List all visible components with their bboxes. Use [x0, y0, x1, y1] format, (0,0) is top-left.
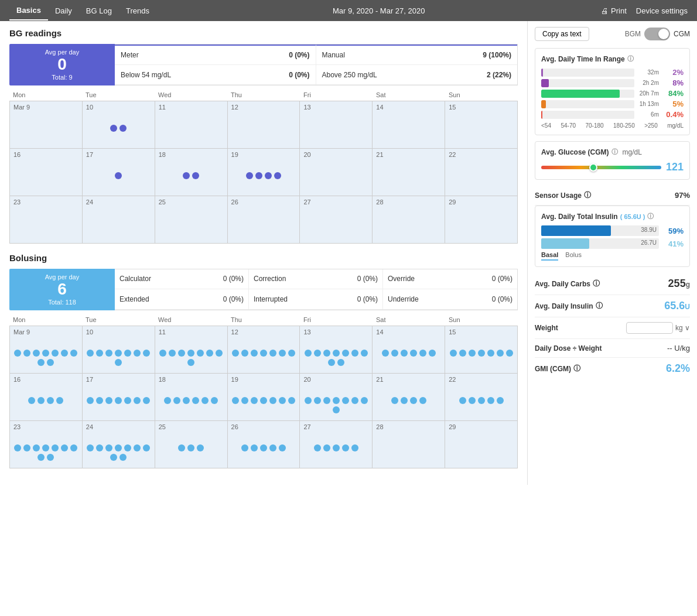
bgm-cgm-toggle[interactable]	[644, 28, 670, 40]
glucose-slider-row: 121	[541, 161, 684, 173]
print-button[interactable]: 🖨 Print	[601, 6, 626, 15]
daily-dose-row: Daily Dose ÷ Weight -- U/kg	[535, 339, 690, 358]
basal-bar-label: 38.9U	[641, 227, 657, 233]
bolus-cell-26: 26	[228, 421, 300, 468]
bolusing-title: Bolusing	[9, 253, 518, 263]
bg-cell-10: 10	[83, 101, 155, 148]
avg-glucose-section: Avg. Glucose (CGM) ⓘ mg/dL 121	[535, 141, 690, 180]
bolus-summary-row: Avg per day 6 Total: 118 Calculator0 (0%…	[9, 269, 518, 310]
bolus-cell-mar9: Mar 9	[10, 326, 82, 373]
bolus-day-tue: Tue	[82, 315, 155, 324]
bg-cell-11: 11	[155, 101, 227, 148]
avg-daily-insulin-row: Avg. Daily Insulin ⓘ 65.6U	[535, 295, 690, 317]
bolus-day-thu: Thu	[227, 315, 300, 324]
time-in-range-info-icon: ⓘ	[627, 54, 634, 63]
bg-cell-23: 23	[10, 196, 82, 243]
bolus-cell-14: 14	[373, 326, 445, 373]
range-label-54: <54	[541, 122, 551, 129]
bolus-bar-fill	[541, 238, 589, 249]
bar-fill-high	[541, 79, 549, 87]
avg-insulin-section: Avg. Daily Total Insulin ( 65.6U ) ⓘ 38.…	[535, 206, 690, 267]
bg-cell-13: 13	[300, 101, 372, 148]
bar-row-low: 1h 13m 5%	[541, 100, 684, 108]
range-label-70180: 70-180	[585, 122, 603, 129]
nav-daily[interactable]: Daily	[48, 2, 79, 20]
bg-day-mon: Mon	[9, 90, 82, 100]
bg-above250-val: 2 (22%)	[487, 71, 511, 79]
bolus-cell-22: 22	[445, 374, 517, 420]
basal-bar-track: 38.9U	[541, 225, 659, 236]
bg-day-headers: Mon Tue Wed Thu Fri Sat Sun	[9, 90, 518, 100]
bg-calendar: Mar 9 10 11 12 13 14 15 16 17 18 19 20 2…	[9, 101, 518, 244]
bg-below54-val: 0 (0%)	[289, 71, 309, 79]
bolus-day-sat: Sat	[373, 315, 445, 324]
bolus-cell-10: 10	[83, 326, 155, 373]
bolus-avg-label: Avg per day	[45, 273, 80, 280]
weight-unit[interactable]: kg ∨	[675, 324, 690, 332]
bolus-tab[interactable]: Bolus	[565, 251, 582, 261]
bg-cell-24: 24	[83, 196, 155, 243]
avg-glucose-unit: mg/dL	[623, 148, 642, 156]
avg-carbs-info-icon: ⓘ	[593, 279, 600, 289]
nav-trends[interactable]: Trends	[119, 2, 156, 20]
bolus-calc: Calculator0 (0%)	[115, 269, 249, 289]
range-label-5470: 54-70	[561, 122, 576, 129]
bg-cell-26: 26	[228, 196, 300, 243]
weight-title: Weight	[535, 324, 558, 332]
bg-above250-label: Above 250 mg/dL	[322, 71, 377, 79]
bolus-cell-13: 13	[300, 326, 372, 373]
nav-bglog[interactable]: BG Log	[79, 2, 119, 20]
sensor-usage-row: Sensor Usage ⓘ 97%	[535, 186, 690, 206]
bolus-underride: Underride0 (0%)	[383, 289, 517, 309]
bar-time-normal: 20h 7m	[638, 90, 659, 97]
bar-time-vhigh: 32m	[638, 69, 659, 76]
bg-day-fri: Fri	[300, 90, 373, 100]
avg-insulin-title: Avg. Daily Total Insulin ( 65.6U ) ⓘ	[541, 212, 684, 221]
bar-fill-normal	[541, 90, 620, 98]
bgm-cgm-toggle-group: BGM CGM	[625, 28, 690, 40]
bolus-override: Override0 (0%)	[383, 269, 517, 289]
bg-above250-cell: Above 250 mg/dL 2 (22%)	[316, 65, 518, 84]
range-label-unit: mg/dL	[667, 122, 684, 129]
weight-input[interactable]	[626, 322, 673, 334]
bolus-correction: Correction0 (0%)	[249, 269, 383, 289]
right-panel: Copy as text BGM CGM Avg. Daily Time In …	[527, 21, 697, 485]
bar-track-vlow	[541, 111, 634, 119]
bolus-cell-29: 29	[445, 421, 517, 468]
device-settings-button[interactable]: Device settings	[636, 6, 688, 15]
toggle-knob	[658, 29, 669, 39]
bolus-calendar: Mar 9 10 11	[9, 326, 518, 468]
bg-avg-box: Avg per day 0 Total: 9	[9, 44, 115, 85]
basal-bar-fill	[541, 225, 611, 236]
copy-as-text-button[interactable]: Copy as text	[535, 27, 589, 41]
bolus-cell-23: 23	[10, 421, 82, 468]
basal-tab[interactable]: Basal	[541, 251, 558, 261]
bolus-day-wed: Wed	[155, 315, 227, 324]
bolus-cell-25: 25	[155, 421, 227, 468]
bolus-cell-27: 27	[300, 421, 372, 468]
glucose-slider-track	[541, 166, 661, 169]
bolus-day-mon: Mon	[9, 315, 82, 324]
bolus-cell-15: 15	[445, 326, 517, 373]
bolus-day-fri: Fri	[300, 315, 373, 324]
bolus-bar-label: 26.7U	[641, 239, 657, 246]
nav-basics[interactable]: Basics	[9, 1, 48, 20]
bg-manual-val: 9 (100%)	[483, 51, 511, 59]
bar-pct-vhigh: 2%	[662, 68, 684, 77]
bg-cell-17: 17	[83, 149, 155, 196]
bg-cell-21: 21	[373, 149, 445, 196]
bar-row-normal: 20h 7m 84%	[541, 89, 684, 98]
bg-avg-value: 0	[57, 56, 67, 74]
bar-row-vhigh: 32m 2%	[541, 68, 684, 77]
bolus-cell-21: 21	[373, 374, 445, 420]
bolus-bar-track: 26.7U	[541, 238, 659, 249]
bg-day-tue: Tue	[82, 90, 155, 100]
bar-row-high: 2h 2m 8%	[541, 78, 684, 87]
bolus-avg-value: 6	[57, 280, 67, 299]
bar-fill-vlow	[541, 111, 542, 119]
gmi-value: 6.2%	[666, 362, 690, 375]
nav-right: 🖨 Print Device settings	[601, 6, 688, 15]
bar-pct-low: 5%	[662, 100, 684, 108]
bg-cell-15: 15	[445, 101, 517, 148]
bg-day-sat: Sat	[373, 90, 445, 100]
